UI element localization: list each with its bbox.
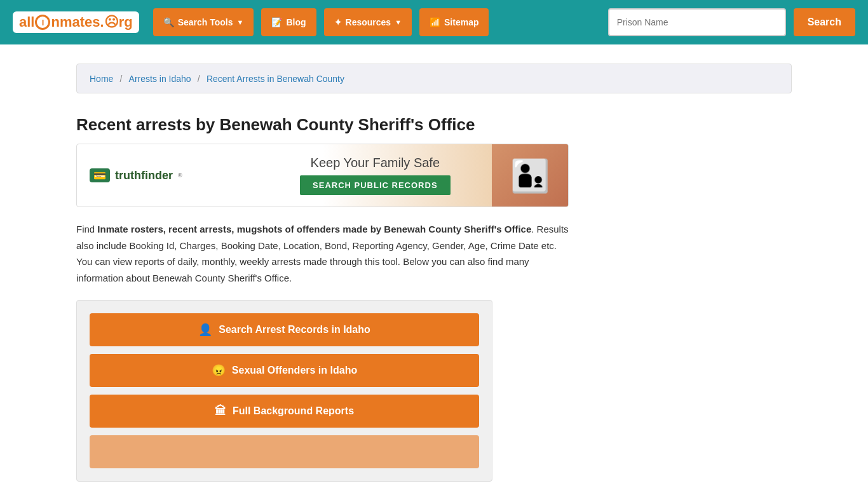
resources-arrow: ▼ — [395, 18, 402, 26]
sitemap-label: Sitemap — [444, 17, 478, 27]
breadcrumb-sep-2: / — [198, 74, 200, 84]
logo-org-o: ☹ — [104, 14, 119, 30]
ad-trademark: ® — [178, 172, 182, 179]
search-tools-arrow: ▼ — [237, 18, 244, 26]
logo-org-rg: rg — [119, 14, 133, 30]
ad-logo-text: truthfinder — [115, 169, 173, 182]
breadcrumb-sep-1: / — [120, 74, 123, 84]
sexual-offenders-button[interactable]: 😠 Sexual Offenders in Idaho — [90, 354, 479, 387]
breadcrumb-benewah[interactable]: Recent Arrests in Benewah County — [207, 74, 344, 84]
sexual-offenders-icon: 😠 — [212, 363, 226, 377]
ad-logo-icon: 💳 — [90, 168, 110, 182]
logo-all: all — [19, 14, 34, 30]
more-button[interactable] — [90, 435, 479, 468]
sitemap-button[interactable]: 📶 Sitemap — [419, 8, 489, 36]
search-arrest-icon: 👤 — [198, 323, 212, 337]
background-reports-button[interactable]: 🏛 Full Background Reports — [90, 395, 479, 428]
ad-cta-button[interactable]: SEARCH PUBLIC RECORDS — [300, 175, 451, 195]
ad-banner[interactable]: 💳 truthfinder® Keep Your Family Safe SEA… — [76, 144, 569, 207]
breadcrumb: Home / Arrests in Idaho / Recent Arrests… — [76, 64, 792, 93]
breadcrumb-home[interactable]: Home — [90, 74, 113, 84]
prison-search-input[interactable] — [608, 8, 786, 36]
main-content: Recent arrests by Benewah County Sheriff… — [76, 93, 792, 488]
blog-icon: 📝 — [271, 17, 282, 27]
action-box: 👤 Search Arrest Records in Idaho 😠 Sexua… — [76, 300, 492, 482]
body-bold: Inmate rosters, recent arrests, mugshots… — [97, 224, 531, 234]
body-intro: Find — [76, 224, 97, 234]
search-tools-icon: 🔍 — [163, 17, 174, 27]
blog-button[interactable]: 📝 Blog — [261, 8, 316, 36]
resources-button[interactable]: ✦ Resources ▼ — [324, 8, 412, 36]
logo-nmates: nmates — [51, 14, 100, 30]
search-tools-label: Search Tools — [178, 17, 233, 27]
ad-logo: 💳 truthfinder® — [90, 168, 182, 182]
sexual-offenders-label: Sexual Offenders in Idaho — [232, 365, 357, 376]
search-button-label: Search — [808, 17, 841, 27]
ad-image: 👨‍👦 — [492, 144, 568, 207]
blog-label: Blog — [286, 17, 306, 27]
search-arrest-button[interactable]: 👤 Search Arrest Records in Idaho — [90, 313, 479, 346]
background-reports-icon: 🏛 — [215, 405, 226, 418]
breadcrumb-idaho[interactable]: Arrests in Idaho — [129, 74, 191, 84]
logo[interactable]: allInmates.☹rg — [13, 11, 139, 33]
search-tools-button[interactable]: 🔍 Search Tools ▼ — [153, 8, 254, 36]
search-button[interactable]: Search — [794, 8, 855, 36]
background-reports-label: Full Background Reports — [233, 405, 354, 417]
body-text: Find Inmate rosters, recent arrests, mug… — [76, 221, 572, 286]
resources-label: Resources — [346, 17, 391, 27]
sitemap-icon: 📶 — [430, 17, 440, 27]
resources-icon: ✦ — [334, 17, 342, 27]
search-arrest-label: Search Arrest Records in Idaho — [219, 324, 370, 336]
logo-icon: I — [35, 15, 50, 30]
page-title: Recent arrests by Benewah County Sheriff… — [76, 115, 792, 135]
header: allInmates.☹rg 🔍 Search Tools ▼ 📝 Blog ✦… — [0, 0, 868, 44]
